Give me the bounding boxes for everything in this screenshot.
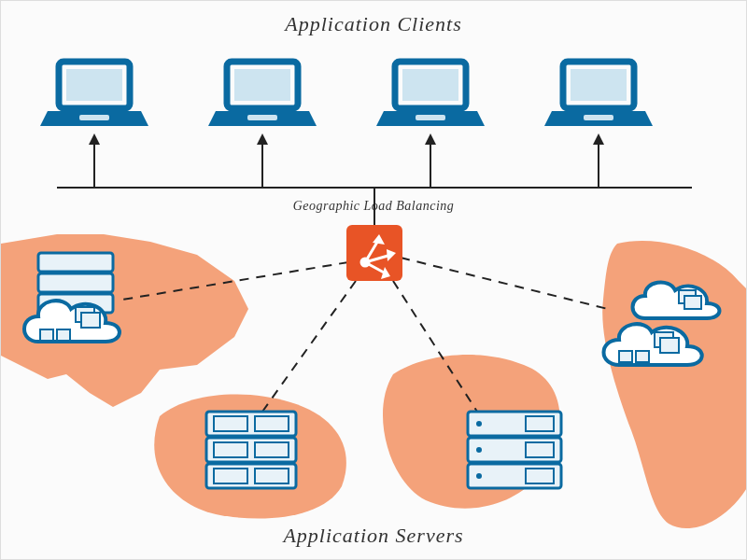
svg-rect-52 <box>468 464 561 488</box>
svg-marker-16 <box>257 133 268 145</box>
svg-line-32 <box>365 262 386 273</box>
svg-rect-8 <box>416 115 445 120</box>
svg-marker-29 <box>373 234 385 245</box>
svg-rect-60 <box>684 296 701 309</box>
svg-rect-7 <box>402 69 458 101</box>
svg-rect-50 <box>468 412 561 436</box>
svg-rect-35 <box>38 273 113 292</box>
svg-rect-26 <box>346 225 402 281</box>
region-north-america <box>1 234 248 407</box>
svg-rect-4 <box>234 69 290 101</box>
laptop-icon <box>376 62 485 126</box>
svg-rect-0 <box>59 62 130 108</box>
load-balancing-label: Geographic Load Balancing <box>1 199 746 214</box>
svg-point-54 <box>476 447 482 453</box>
svg-line-28 <box>365 239 379 262</box>
svg-point-53 <box>476 421 482 427</box>
laptop-icon <box>40 62 148 126</box>
svg-rect-41 <box>206 412 296 436</box>
svg-marker-14 <box>89 133 100 145</box>
servers-title: Application Servers <box>1 524 746 548</box>
svg-rect-3 <box>227 62 298 108</box>
diagram-canvas <box>1 1 747 560</box>
svg-rect-57 <box>526 442 554 457</box>
svg-rect-38 <box>81 313 100 328</box>
server-cloud-south-america <box>604 282 720 365</box>
svg-line-24 <box>393 281 477 412</box>
laptop-icon <box>208 62 317 126</box>
map-regions <box>1 234 747 528</box>
server-rack-australia <box>206 412 296 488</box>
svg-line-25 <box>401 258 608 309</box>
svg-rect-11 <box>584 115 613 120</box>
laptop-icon <box>544 62 653 126</box>
svg-rect-58 <box>526 469 554 483</box>
svg-rect-64 <box>636 351 649 362</box>
svg-rect-10 <box>571 69 627 101</box>
svg-rect-39 <box>40 329 53 341</box>
svg-rect-49 <box>255 469 289 483</box>
svg-line-30 <box>365 255 391 262</box>
svg-rect-47 <box>255 442 289 457</box>
svg-rect-44 <box>214 416 247 431</box>
svg-rect-43 <box>206 464 296 488</box>
svg-marker-31 <box>387 249 396 261</box>
svg-rect-36 <box>38 294 113 313</box>
svg-rect-2 <box>79 115 109 120</box>
server-connection-lines <box>122 258 608 412</box>
svg-rect-37 <box>76 307 94 322</box>
svg-marker-20 <box>593 133 604 145</box>
svg-rect-45 <box>255 416 289 431</box>
svg-rect-48 <box>214 469 247 483</box>
svg-marker-18 <box>425 133 436 145</box>
region-australia <box>154 395 346 519</box>
svg-line-22 <box>122 262 348 300</box>
svg-rect-63 <box>619 351 632 362</box>
svg-rect-42 <box>206 438 296 462</box>
clients-title: Application Clients <box>1 12 746 36</box>
svg-marker-33 <box>381 267 390 279</box>
svg-rect-61 <box>655 332 673 347</box>
svg-rect-56 <box>526 416 554 431</box>
svg-rect-9 <box>563 62 634 108</box>
svg-point-55 <box>476 473 482 479</box>
svg-rect-51 <box>468 438 561 462</box>
svg-rect-34 <box>38 253 113 272</box>
svg-rect-59 <box>679 290 696 303</box>
svg-rect-62 <box>660 338 679 353</box>
load-balancer-icon <box>346 225 402 281</box>
svg-rect-46 <box>214 442 247 457</box>
svg-point-27 <box>361 259 369 266</box>
server-cloud-north-america <box>24 253 120 342</box>
svg-rect-6 <box>395 62 466 108</box>
svg-rect-40 <box>57 329 70 341</box>
svg-rect-1 <box>66 69 122 101</box>
svg-rect-5 <box>247 115 277 120</box>
region-south-america <box>602 241 747 528</box>
region-europe <box>383 355 560 509</box>
svg-line-23 <box>262 281 356 412</box>
server-rack-europe <box>468 412 561 488</box>
